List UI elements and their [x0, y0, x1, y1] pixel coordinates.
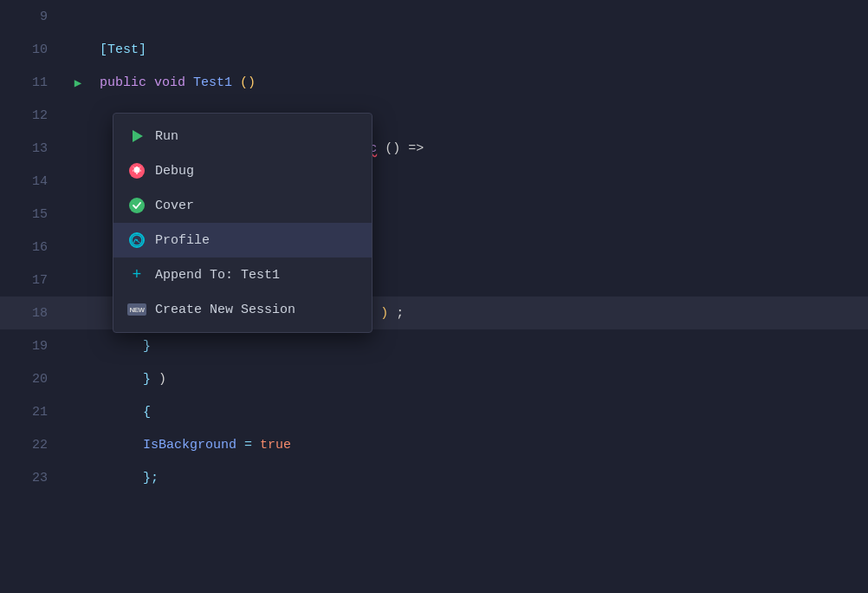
line-number: 17: [0, 273, 65, 288]
svg-line-3: [139, 167, 140, 168]
code-token: () =>: [385, 141, 424, 156]
code-token: public: [100, 75, 146, 90]
code-token: Test1: [193, 75, 232, 90]
code-line-11: 11 ▶ public void Test1 (): [0, 66, 868, 99]
svg-line-2: [133, 167, 134, 168]
line-code: public void Test1 (): [91, 75, 868, 90]
line-number: 18: [0, 306, 65, 321]
code-line-23: 23 };: [0, 461, 868, 494]
line-code: [Test]: [91, 42, 868, 57]
code-token: ;: [396, 306, 404, 321]
code-token: {: [143, 405, 151, 420]
code-token: true: [260, 438, 291, 453]
line-code: } ): [91, 372, 868, 387]
code-token: };: [143, 471, 159, 485]
new-session-icon: NEW: [127, 300, 146, 319]
menu-item-append[interactable]: + Append To: Test1: [113, 257, 372, 292]
menu-item-run[interactable]: Run: [113, 119, 372, 153]
menu-item-debug[interactable]: Debug: [113, 153, 372, 188]
code-line-9: 9: [0, 0, 868, 33]
code-token: IsBackground: [143, 438, 236, 453]
line-gutter: ▶: [65, 75, 91, 90]
menu-item-run-label: Run: [155, 129, 358, 144]
menu-item-profile[interactable]: Profile: [113, 223, 372, 257]
editor-container: 9 10 [Test] 11 ▶ public void Test1: [0, 0, 868, 593]
debug-icon: [127, 161, 146, 180]
line-number: 12: [0, 108, 65, 123]
code-line-19: 19 }: [0, 329, 868, 362]
run-icon: [127, 127, 146, 146]
line-number: 14: [0, 174, 65, 189]
code-token: Test: [107, 42, 139, 57]
svg-point-0: [134, 167, 140, 173]
menu-item-new-session[interactable]: NEW Create New Session: [113, 292, 372, 327]
append-icon: +: [127, 265, 146, 284]
profile-icon: [127, 231, 146, 250]
line-code: {: [91, 405, 868, 420]
line-number: 16: [0, 240, 65, 255]
line-number: 13: [0, 141, 65, 156]
run-gutter-icon[interactable]: ▶: [74, 75, 81, 90]
code-line-20: 20 } ): [0, 362, 868, 395]
menu-item-cover-label: Cover: [155, 199, 358, 213]
line-number: 9: [0, 10, 65, 24]
code-token: ): [380, 306, 388, 321]
code-token: void: [154, 75, 185, 90]
menu-item-new-session-label: Create New Session: [155, 303, 358, 317]
cover-icon: [127, 196, 146, 215]
line-code: };: [91, 471, 868, 485]
menu-item-profile-label: Profile: [155, 233, 358, 248]
menu-item-cover[interactable]: Cover: [113, 188, 372, 223]
line-number: 20: [0, 372, 65, 387]
line-code: IsBackground = true: [91, 438, 868, 453]
line-number: 23: [0, 471, 65, 485]
new-badge-icon: NEW: [127, 303, 146, 316]
check-circle-icon: [129, 198, 145, 213]
code-line-21: 21 {: [0, 395, 868, 428]
gauge-icon: [129, 232, 145, 248]
line-number: 11: [0, 75, 65, 90]
code-token: [: [100, 42, 107, 57]
line-number: 22: [0, 438, 65, 453]
menu-item-debug-label: Debug: [155, 164, 358, 179]
line-number: 19: [0, 339, 65, 354]
code-token: }: [143, 339, 151, 354]
code-token: }: [143, 372, 151, 387]
bug-icon: [129, 163, 145, 179]
svg-point-8: [136, 239, 138, 241]
plus-icon: +: [129, 267, 145, 283]
line-code: }: [91, 339, 868, 354]
line-number: 21: [0, 405, 65, 420]
code-token: =: [244, 438, 252, 453]
run-triangle-icon: [133, 130, 143, 142]
code-line-10: 10 [Test]: [0, 33, 868, 66]
line-number: 10: [0, 42, 65, 57]
code-line-22: 22 IsBackground = true: [0, 428, 868, 461]
line-number: 15: [0, 207, 65, 222]
code-token: ): [159, 372, 166, 387]
code-token: (): [240, 75, 256, 90]
menu-item-append-label: Append To: Test1: [155, 268, 358, 283]
context-menu: Run Debug: [113, 113, 372, 333]
code-token: ]: [139, 42, 146, 57]
